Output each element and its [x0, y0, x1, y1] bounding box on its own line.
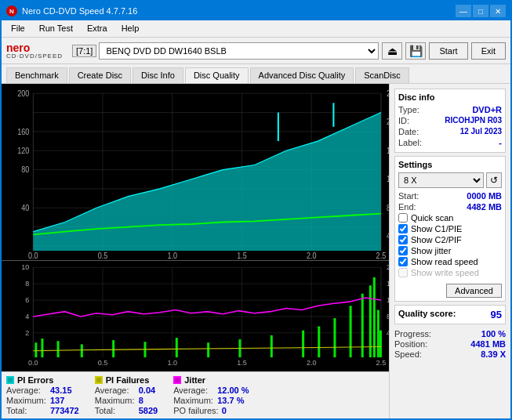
pi-errors-total-row: Total: 773472 — [6, 406, 79, 415]
svg-rect-51 — [57, 341, 60, 357]
pi-errors-max-value: 137 — [50, 396, 64, 405]
speed-refresh-button[interactable]: ↺ — [486, 172, 502, 188]
svg-text:0.5: 0.5 — [98, 360, 108, 368]
menu-run-test[interactable]: Run Test — [33, 22, 79, 35]
eject-button[interactable]: ⏏ — [382, 42, 402, 60]
legend-pi-failures: PI Failures Average: 0.04 Maximum: 8 Tot… — [95, 375, 158, 415]
drive-dropdown[interactable]: BENQ DVD DD DW1640 BSLB — [99, 42, 379, 60]
lower-chart-svg: 10 8 6 4 2 20 16 12 8 4 0.0 0.5 1.0 1.5 — [2, 261, 389, 371]
title-bar-controls: — □ ✕ — [456, 5, 506, 17]
svg-text:20: 20 — [387, 118, 389, 127]
svg-text:12: 12 — [387, 175, 389, 184]
quality-row: Quality score: 95 — [398, 309, 502, 320]
menu-file[interactable]: File — [5, 22, 31, 35]
disc-label-label: Label: — [398, 138, 422, 147]
tab-advanced-disc-quality[interactable]: Advanced Disc Quality — [250, 67, 354, 83]
pi-failures-max-value: 8 — [139, 396, 143, 405]
tab-create-disc[interactable]: Create Disc — [69, 67, 131, 83]
legend-jitter-title: Jitter — [173, 375, 249, 385]
settings-title: Settings — [398, 160, 502, 169]
position-label: Position: — [394, 339, 427, 349]
end-mb-row: End: 4482 MB — [398, 202, 502, 212]
pi-errors-color-icon — [6, 376, 14, 384]
quality-score-value: 95 — [491, 309, 502, 320]
position-value: 4481 MB — [470, 339, 506, 349]
speed-dropdown[interactable]: 8 X 4 X 2 X — [398, 172, 484, 188]
jitter-avg-label: Average: — [173, 386, 214, 395]
title-bar: N Nero CD-DVD Speed 4.7.7.16 — □ ✕ — [2, 2, 510, 20]
minimize-button[interactable]: — — [456, 5, 471, 17]
svg-text:16: 16 — [387, 280, 389, 288]
tab-scan-disc[interactable]: ScanDisc — [355, 67, 409, 83]
svg-rect-60 — [318, 327, 320, 358]
chart-area: 200 160 120 80 40 24 20 16 12 8 4 0.0 0.… — [2, 84, 389, 418]
svg-rect-62 — [350, 306, 352, 358]
pi-failures-max-row: Maximum: 8 — [95, 396, 158, 405]
legend-pi-failures-title: PI Failures — [95, 375, 158, 385]
nero-logo: nero CD·DVD/SPEED — [6, 42, 63, 60]
tabs-bar: Benchmark Create Disc Disc Info Disc Qua… — [2, 64, 510, 83]
show-write-speed-label: Show write speed — [411, 268, 479, 277]
show-c2pif-row: Show C2/PIF — [398, 235, 502, 244]
show-write-speed-checkbox[interactable] — [398, 268, 408, 277]
svg-text:2.0: 2.0 — [307, 251, 317, 260]
speed-value: 8.39 X — [481, 349, 506, 359]
show-jitter-row: Show jitter — [398, 246, 502, 255]
svg-rect-36 — [2, 261, 389, 371]
progress-row: Progress: 100 % — [394, 329, 506, 339]
pi-failures-label: PI Failures — [106, 375, 150, 385]
tab-benchmark[interactable]: Benchmark — [6, 67, 67, 83]
svg-text:0.0: 0.0 — [28, 360, 38, 368]
svg-text:80: 80 — [21, 165, 29, 174]
nero-logo-text: nero — [6, 42, 63, 53]
jitter-max-row: Maximum: 13.7 % — [173, 396, 249, 405]
tab-disc-quality[interactable]: Disc Quality — [185, 67, 249, 83]
maximize-button[interactable]: □ — [473, 5, 488, 17]
quick-scan-checkbox[interactable] — [398, 213, 408, 223]
svg-text:4: 4 — [387, 232, 389, 241]
menu-help[interactable]: Help — [115, 22, 146, 35]
pi-errors-total-label: Total: — [6, 406, 47, 415]
show-jitter-checkbox[interactable] — [398, 246, 408, 255]
jitter-po-value: 0 — [222, 406, 227, 415]
svg-rect-50 — [41, 339, 43, 357]
svg-text:0.5: 0.5 — [98, 251, 108, 260]
svg-rect-58 — [271, 335, 273, 357]
svg-text:120: 120 — [17, 146, 29, 155]
svg-rect-49 — [34, 343, 37, 358]
svg-text:160: 160 — [17, 127, 29, 136]
advanced-button[interactable]: Advanced — [446, 284, 502, 298]
upper-chart: 200 160 120 80 40 24 20 16 12 8 4 0.0 0.… — [2, 84, 389, 261]
svg-text:4: 4 — [25, 313, 29, 320]
show-read-speed-checkbox[interactable] — [398, 257, 408, 266]
svg-rect-52 — [81, 345, 83, 358]
disc-type-label: Type: — [398, 105, 419, 114]
disc-date-value: 12 Jul 2023 — [460, 127, 502, 136]
svg-rect-63 — [361, 294, 364, 357]
svg-text:2.5: 2.5 — [376, 360, 387, 368]
svg-text:12: 12 — [387, 296, 389, 304]
svg-text:6: 6 — [25, 296, 29, 304]
start-button[interactable]: Start — [429, 42, 467, 60]
save-button[interactable]: 💾 — [405, 42, 426, 60]
show-c2pif-checkbox[interactable] — [398, 235, 408, 244]
legend-pi-errors: PI Errors Average: 43.15 Maximum: 137 To… — [6, 375, 79, 415]
svg-text:1.0: 1.0 — [167, 360, 177, 368]
pi-errors-avg-value: 43.15 — [50, 386, 72, 395]
exit-button[interactable]: Exit — [471, 42, 506, 60]
menu-extra[interactable]: Extra — [81, 22, 114, 35]
main-content: 200 160 120 80 40 24 20 16 12 8 4 0.0 0.… — [2, 83, 510, 418]
legend-pi-errors-title: PI Errors — [6, 375, 79, 385]
pi-failures-total-label: Total: — [95, 406, 136, 415]
close-button[interactable]: ✕ — [490, 5, 506, 17]
chart-legend: PI Errors Average: 43.15 Maximum: 137 To… — [2, 371, 389, 418]
show-c1pie-checkbox[interactable] — [398, 224, 408, 234]
jitter-po-row: PO failures: 0 — [173, 406, 249, 415]
svg-rect-56 — [207, 343, 209, 358]
disc-date-label: Date: — [398, 127, 419, 136]
pi-errors-avg-label: Average: — [6, 386, 47, 395]
speed-label: Speed: — [394, 349, 422, 359]
jitter-label: Jitter — [184, 375, 205, 385]
side-panel: Disc info Type: DVD+R ID: RICOHJPN R03 D… — [389, 84, 510, 418]
tab-disc-info[interactable]: Disc Info — [133, 67, 183, 83]
